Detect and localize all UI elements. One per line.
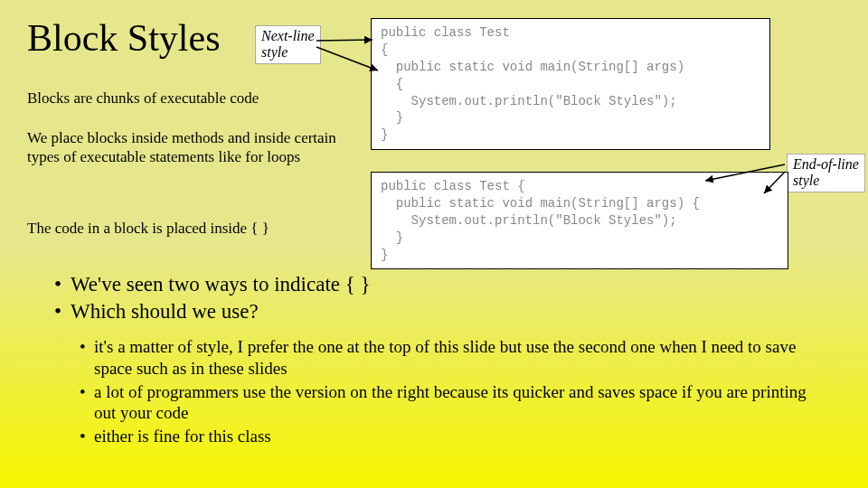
paragraph-1: Blocks are chunks of executable code: [27, 89, 259, 108]
callout-next-line-style: Next-linestyle: [255, 25, 321, 64]
bullet-icon: •: [80, 426, 94, 447]
paragraph-2: We place blocks inside methods and insid…: [27, 128, 353, 167]
list-item: • it's a matter of style, I prefer the o…: [80, 336, 830, 380]
bullet-icon: •: [54, 271, 71, 298]
bullet-icon: •: [80, 381, 94, 425]
code-example-end-of-line: public class Test { public static void m…: [371, 172, 788, 269]
list-item: • We've seen two ways to indicate { }: [54, 271, 371, 298]
bullet-text: a lot of programmers use the version on …: [94, 381, 830, 425]
slide-title: Block Styles: [27, 16, 221, 60]
bullet-text: it's a matter of style, I prefer the one…: [94, 336, 830, 380]
code-example-next-line: public class Test { public static void m…: [371, 18, 770, 150]
callout-end-of-line-style: End-of-linestyle: [787, 154, 865, 192]
svg-line-0: [316, 40, 373, 41]
paragraph-3: The code in a block is placed inside { }: [27, 219, 269, 238]
bullet-icon: •: [54, 298, 71, 325]
list-item: • a lot of programmers use the version o…: [80, 381, 830, 425]
bullet-list-level1: • We've seen two ways to indicate { } • …: [54, 271, 371, 325]
svg-line-1: [316, 47, 378, 70]
bullet-text: either is fine for this class: [94, 426, 830, 447]
bullet-text: Which should we use?: [71, 298, 259, 325]
list-item: • Which should we use?: [54, 298, 371, 325]
list-item: • either is fine for this class: [80, 426, 830, 447]
bullet-icon: •: [80, 336, 94, 380]
bullet-text: We've seen two ways to indicate { }: [71, 271, 371, 298]
bullet-list-level2: • it's a matter of style, I prefer the o…: [80, 336, 830, 449]
